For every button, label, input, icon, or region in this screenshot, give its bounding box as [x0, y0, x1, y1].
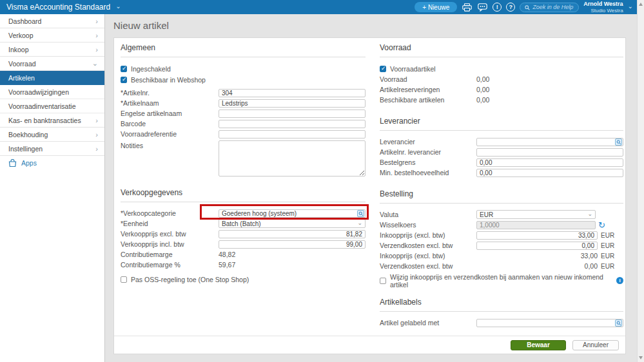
- article-form-card: Algemeen Ingeschakeld Beschikbaar in Web…: [113, 37, 626, 354]
- chevron-down-icon: ⌄: [357, 220, 362, 226]
- chevron-right-icon: ›: [95, 17, 98, 25]
- currency-suffix: EUR: [601, 242, 614, 249]
- cancel-button[interactable]: Annuleer: [572, 340, 619, 350]
- top-bar: Visma eAccounting Standaard ⌄ + Nieuwe !…: [0, 0, 637, 14]
- contributiemarge-value: 48,82: [219, 251, 235, 258]
- chevron-down-icon: ⌄: [92, 59, 98, 68]
- voorraad-row: Voorraad 0,00: [380, 74, 623, 84]
- leverancier-input[interactable]: [476, 138, 623, 146]
- artikelnr-leverancier-input[interactable]: [476, 148, 623, 157]
- bestelgrens-input[interactable]: [476, 158, 623, 167]
- verzendkosten-row: Verzendkosten excl. btw EUR: [380, 240, 623, 251]
- beschikbare-artikelen-row: Beschikbare artikelen 0,00: [380, 95, 623, 105]
- user-company: Studio Westra: [583, 8, 623, 14]
- sidebar-item-artikelen[interactable]: Artikelen: [0, 71, 104, 85]
- scroll-up-icon[interactable]: [639, 3, 643, 6]
- barcode-row: Barcode: [121, 119, 366, 129]
- sidebar-item-kas-en-banktransacties[interactable]: Kas- en banktransacties›: [0, 113, 104, 128]
- notities-textarea[interactable]: [219, 140, 366, 176]
- app-menu[interactable]: Visma eAccounting Standaard ⌄: [0, 3, 121, 12]
- sidebar-item-inkoop[interactable]: Inkoop›: [0, 43, 104, 57]
- leverancier-row: Leverancier: [380, 137, 623, 147]
- user-menu[interactable]: Arnold Westra Studio Westra: [583, 1, 623, 14]
- form-footer: Bewaar Annuleer: [114, 336, 625, 354]
- voorraadreferentie-input[interactable]: [219, 130, 366, 138]
- contributiemarge-pct-value: 59,67: [219, 261, 235, 269]
- ingeschakeld-checkbox-row[interactable]: Ingeschakeld: [121, 63, 366, 74]
- verkoopprijs-excl-row: Verkoopprijs excl. btw: [121, 229, 366, 239]
- help-search[interactable]: [520, 3, 579, 12]
- artikelnaam-input[interactable]: [219, 99, 366, 108]
- artikel-gelabeld-met-input[interactable]: [476, 319, 623, 327]
- scroll-down-icon[interactable]: [639, 356, 643, 359]
- checkbox-icon[interactable]: [121, 77, 127, 83]
- oss-checkbox-row[interactable]: Pas OSS-regeling toe (One Stop Shop): [121, 274, 366, 285]
- wisselkoers-row: Wisselkoers ↻: [380, 220, 623, 230]
- min-bestelhoeveelheid-row: Min. bestelhoeveelheid: [380, 167, 623, 178]
- lookup-icon[interactable]: [357, 210, 364, 217]
- checkbox-icon[interactable]: [380, 66, 386, 72]
- save-button[interactable]: Bewaar: [511, 340, 566, 350]
- valuta-select[interactable]: EUR ⌄: [476, 210, 596, 219]
- sidebar: Dashboard› Verkoop› Inkoop› Voorraad⌄ Ar…: [0, 14, 105, 362]
- voorraadartikel-checkbox-row[interactable]: Voorraadartikel: [380, 63, 623, 74]
- alert-icon[interactable]: !: [493, 3, 502, 12]
- new-button[interactable]: + Nieuwe: [415, 2, 457, 12]
- sidebar-item-voorraadwijzigingen[interactable]: Voorraadwijzigingen: [0, 85, 104, 99]
- vertical-scrollbar[interactable]: [637, 0, 644, 362]
- wijzig-inkoopprijs-checkbox-row[interactable]: Wijzig inkoopprijs en verzendkosten bij …: [380, 275, 623, 286]
- main-content: Nieuw artikel Algemeen Ingeschakeld Besc…: [106, 14, 638, 362]
- verkoopcategorie-input[interactable]: [219, 209, 366, 218]
- verzendkosten-input[interactable]: [476, 242, 598, 250]
- chevron-down-icon: ⌄: [587, 211, 592, 217]
- verzendkosten-static-row: Verzendkosten excl. btw 0,00 EUR: [380, 261, 623, 271]
- chat-icon[interactable]: [477, 2, 488, 13]
- sidebar-item-verkoop[interactable]: Verkoop›: [0, 28, 104, 43]
- currency-suffix: EUR: [601, 252, 614, 260]
- voorraad-value: 0,00: [476, 75, 489, 83]
- voorraadreferentie-row: Voorraadreferentie: [121, 129, 366, 139]
- verkoopprijs-excl-input[interactable]: [219, 230, 366, 238]
- sidebar-item-instellingen[interactable]: Instellingen›: [0, 142, 104, 156]
- verkoopprijs-incl-input[interactable]: [219, 240, 366, 249]
- info-icon[interactable]: i: [616, 277, 623, 284]
- beschikbare-artikelen-value: 0,00: [476, 96, 489, 104]
- sidebar-item-dashboard[interactable]: Dashboard›: [0, 14, 104, 28]
- checkbox-icon[interactable]: [121, 276, 127, 283]
- printer-icon[interactable]: [462, 2, 473, 13]
- app-title: Visma eAccounting Standaard: [6, 3, 110, 12]
- artikelnr-input[interactable]: [219, 89, 366, 97]
- checkbox-icon[interactable]: [121, 66, 127, 72]
- webshop-checkbox-row[interactable]: Beschikbaar in Webshop: [121, 74, 366, 85]
- sidebar-item-apps[interactable]: Apps: [0, 156, 104, 170]
- valuta-row: Valuta EUR ⌄: [380, 209, 623, 220]
- inkoopprijs-static-value: 33,00: [476, 252, 598, 260]
- artikelnr-leverancier-row: Artikelnr. leverancier: [380, 147, 623, 157]
- verkoopprijs-incl-row: Verkoopprijs incl. btw: [121, 239, 366, 249]
- help-icon[interactable]: ?: [506, 3, 515, 12]
- chevron-down-icon[interactable]: ⌄: [628, 3, 633, 10]
- section-title-voorraad: Voorraad: [380, 43, 623, 57]
- barcode-input[interactable]: [219, 120, 366, 128]
- currency-suffix: EUR: [601, 263, 614, 270]
- artikelreserveringen-row: Artikelreserveringen 0,00: [380, 84, 623, 95]
- min-bestelhoeveelheid-input[interactable]: [476, 169, 623, 177]
- sidebar-item-voorraad[interactable]: Voorraad⌄: [0, 57, 104, 71]
- sidebar-item-voorraadinventarisatie[interactable]: Voorraadinventarisatie: [0, 99, 104, 113]
- artikel-gelabeld-met-row: Artikel gelabeld met: [380, 318, 623, 328]
- chevron-right-icon: ›: [95, 32, 98, 39]
- inkoopprijs-input[interactable]: [476, 231, 598, 240]
- inkoopprijs-static-row: Inkoopprijs (excl. btw) 33,00 EUR: [380, 251, 623, 261]
- currency-suffix: EUR: [601, 232, 614, 239]
- sidebar-item-boekhouding[interactable]: Boekhouding›: [0, 128, 104, 142]
- section-title-algemeen: Algemeen: [121, 43, 366, 57]
- lookup-icon[interactable]: [615, 319, 622, 327]
- checkbox-icon[interactable]: [380, 278, 386, 284]
- help-search-input[interactable]: [532, 4, 578, 10]
- refresh-icon[interactable]: ↻: [598, 221, 605, 229]
- artikelreserveringen-value: 0,00: [476, 86, 489, 93]
- lookup-icon[interactable]: [615, 138, 622, 146]
- eenheid-select[interactable]: Batch (Batch) ⌄: [219, 219, 366, 228]
- engelse-artikelnaam-input[interactable]: [219, 110, 366, 118]
- chevron-down-icon: ⌄: [115, 3, 121, 10]
